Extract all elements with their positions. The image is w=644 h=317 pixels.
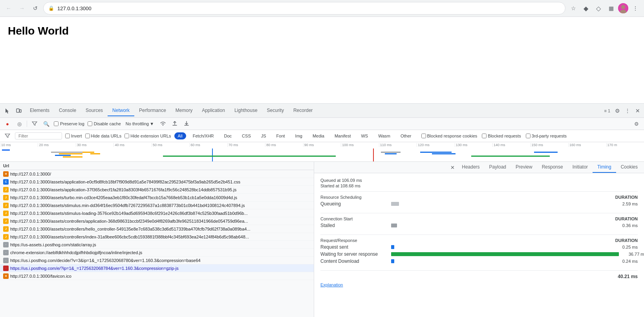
tick-70ms: 70 ms xyxy=(227,143,265,147)
svg-rect-9 xyxy=(63,156,82,158)
filter-js[interactable]: JS xyxy=(258,132,270,139)
list-item[interactable]: J http://127.0.0.1:3000/assets/stimulus.… xyxy=(0,202,314,209)
js-icon: J xyxy=(3,211,9,216)
blocked-requests-input[interactable] xyxy=(482,134,487,138)
filter-media[interactable]: Media xyxy=(309,132,328,139)
list-item[interactable]: · chrome-extension://aeblfdkhhhdcdjpifhh… xyxy=(0,249,314,257)
extensions-button[interactable]: ▦ xyxy=(606,3,617,14)
back-button[interactable]: ← xyxy=(3,3,14,14)
forward-button[interactable]: → xyxy=(16,3,27,14)
third-party-requests-input[interactable] xyxy=(526,134,531,138)
list-item[interactable]: J http://127.0.0.1:3000/assets/controlle… xyxy=(0,217,314,225)
content-download-bar xyxy=(391,259,394,263)
inspect-element-icon[interactable] xyxy=(3,106,13,115)
detail-tab-initiator[interactable]: Initiator xyxy=(568,162,593,173)
device-toolbar-icon[interactable] xyxy=(14,106,24,115)
record-button[interactable]: ● xyxy=(3,119,12,128)
svg-rect-17 xyxy=(420,152,452,153)
third-party-requests-checkbox[interactable]: 3rd-party requests xyxy=(526,134,567,138)
download-icon[interactable] xyxy=(182,119,191,128)
tab-console[interactable]: Console xyxy=(54,105,81,116)
tab-elements[interactable]: Elements xyxy=(25,105,54,116)
list-item[interactable]: J http://127.0.0.1:3000/assets/stimulus-… xyxy=(0,209,314,217)
search-button[interactable]: 🔍 xyxy=(42,119,51,128)
tab-lighthouse[interactable]: Lighthouse xyxy=(230,105,262,116)
detail-tab-response[interactable]: Response xyxy=(537,162,568,173)
tick-30ms: 30 ms xyxy=(76,143,113,147)
settings-icon[interactable]: ⚙ xyxy=(613,106,622,115)
filter-input[interactable] xyxy=(15,132,62,139)
stalled-bar xyxy=(391,224,397,227)
network-settings-icon[interactable]: ⚙ xyxy=(632,119,641,128)
filter-font[interactable]: Font xyxy=(273,132,289,139)
avatar[interactable] xyxy=(618,3,628,13)
extension-button-2[interactable]: ◇ xyxy=(593,3,604,14)
filter-img[interactable]: Img xyxy=(292,132,306,139)
browser-actions: ☆ ◆ ◇ ▦ ⋮ xyxy=(568,3,641,14)
detail-tab-cookies[interactable]: Cookies xyxy=(616,162,642,173)
detail-tab-payload[interactable]: Payload xyxy=(485,162,511,173)
html-icon: H xyxy=(3,273,9,279)
close-detail-button[interactable]: ✕ xyxy=(448,163,457,172)
svg-rect-16 xyxy=(385,153,397,154)
list-item[interactable]: · https://us-assets.i.posthog.com/static… xyxy=(0,241,314,249)
wifi-icon[interactable] xyxy=(159,119,167,128)
detail-tab-preview[interactable]: Preview xyxy=(511,162,537,173)
invert-checkbox[interactable]: Invert xyxy=(65,134,82,138)
hide-data-urls-input[interactable] xyxy=(85,134,90,138)
disable-cache-input[interactable] xyxy=(88,121,92,126)
menu-button[interactable]: ⋮ xyxy=(630,3,641,14)
hide-data-urls-checkbox[interactable]: Hide data URLs xyxy=(85,134,122,138)
url-input[interactable] xyxy=(57,5,560,11)
blocked-response-cookies-checkbox[interactable]: Blocked response cookies xyxy=(421,134,478,138)
filter-fetch-xhr[interactable]: Fetch/XHR xyxy=(189,132,218,139)
hide-extension-urls-checkbox[interactable]: Hide extension URLs xyxy=(124,134,171,138)
hide-extension-urls-input[interactable] xyxy=(124,134,129,138)
preserve-log-input[interactable] xyxy=(54,121,59,126)
tab-performance[interactable]: Performance xyxy=(134,105,171,116)
detail-tab-headers[interactable]: Headers xyxy=(457,162,484,173)
request-list[interactable]: Url H http://127.0.0.1:3000/ C http://12… xyxy=(0,162,314,317)
clear-button[interactable]: ◎ xyxy=(15,119,24,128)
filter-wasm[interactable]: Wasm xyxy=(375,132,394,139)
blocked-response-cookies-input[interactable] xyxy=(421,134,426,138)
list-item[interactable]: J http://127.0.0.1:3000/assets/controlle… xyxy=(0,225,314,233)
throttle-select[interactable]: No throttling ▼ xyxy=(124,121,156,127)
tick-170ms: 170 m xyxy=(606,143,644,147)
list-item[interactable]: J http://127.0.0.1:3000/assets/controlle… xyxy=(0,233,314,241)
tab-memory[interactable]: Memory xyxy=(171,105,197,116)
tab-sources[interactable]: Sources xyxy=(81,105,108,116)
list-item[interactable]: J http://127.0.0.1:3000/assets/applicati… xyxy=(0,186,314,194)
tab-network[interactable]: Network xyxy=(108,105,134,116)
filter-ws[interactable]: WS xyxy=(357,132,371,139)
filter-other[interactable]: Other xyxy=(397,132,415,139)
tab-security[interactable]: Security xyxy=(262,105,289,116)
disable-cache-checkbox[interactable]: Disable cache xyxy=(88,121,121,126)
extension-button-1[interactable]: ◆ xyxy=(580,3,591,14)
invert-input[interactable] xyxy=(65,134,70,138)
close-devtools-button[interactable]: ✕ xyxy=(633,106,642,115)
list-item[interactable]: · https://us.i.posthog.com/e/?ip=1&_=172… xyxy=(0,264,314,272)
bookmark-button[interactable]: ☆ xyxy=(568,3,579,14)
list-item[interactable]: H http://127.0.0.1:3000/favicon.ico xyxy=(0,272,314,280)
more-options-icon[interactable]: ⋮ xyxy=(623,106,632,115)
section-divider-4 xyxy=(320,270,638,271)
list-item[interactable]: H http://127.0.0.1:3000/ xyxy=(0,170,314,178)
tab-recorder[interactable]: Recorder xyxy=(289,105,317,116)
tab-application[interactable]: Application xyxy=(197,105,230,116)
reload-button[interactable]: ↺ xyxy=(30,3,41,14)
blocked-requests-checkbox[interactable]: Blocked requests xyxy=(482,134,521,138)
list-item[interactable]: C http://127.0.0.1:3000/assets/applicati… xyxy=(0,178,314,186)
filter-all[interactable]: All xyxy=(174,132,186,139)
filter-doc[interactable]: Doc xyxy=(221,132,236,139)
upload-icon[interactable] xyxy=(170,119,179,128)
filter-manifest[interactable]: Manifest xyxy=(331,132,355,139)
filter-toggle-icon[interactable] xyxy=(3,132,12,140)
explanation-link[interactable]: Explanation xyxy=(320,282,343,287)
filter-icon[interactable] xyxy=(30,119,39,128)
list-item[interactable]: J http://127.0.0.1:3000/assets/turbo.min… xyxy=(0,194,314,202)
detail-tab-timing[interactable]: Timing xyxy=(593,162,616,173)
filter-css[interactable]: CSS xyxy=(238,132,254,139)
list-item[interactable]: · https://us.i.posthog.com/decide/?v=3&i… xyxy=(0,257,314,264)
preserve-log-checkbox[interactable]: Preserve log xyxy=(54,121,84,126)
